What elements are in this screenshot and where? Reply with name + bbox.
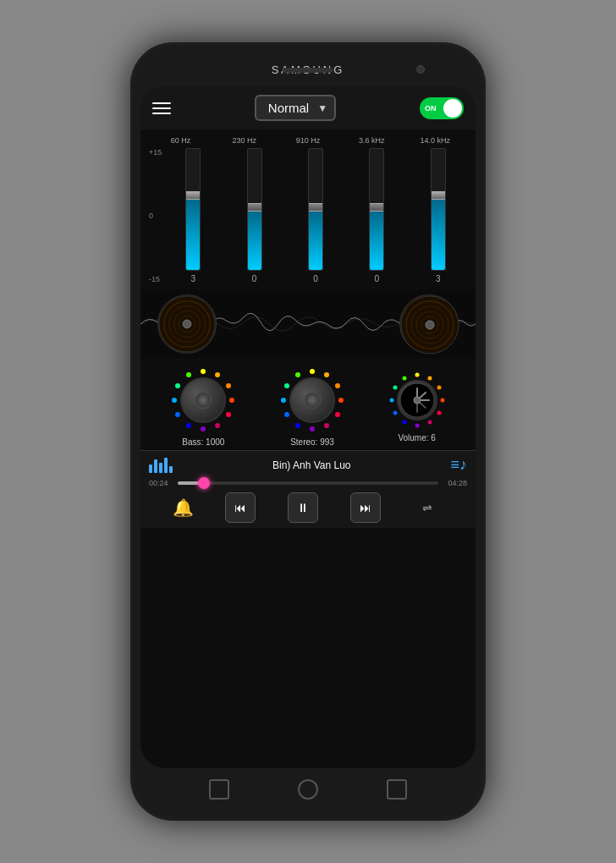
svg-point-25	[324, 372, 329, 377]
toggle-on-label: ON	[425, 104, 437, 113]
bass-knob-container: Bass: 1000	[169, 366, 237, 447]
bell-icon[interactable]: 🔔	[173, 497, 194, 518]
hamburger-menu[interactable]	[152, 102, 171, 114]
eq-label-0: 60 Hz	[158, 136, 204, 145]
power-toggle[interactable]: ON	[420, 97, 464, 119]
vinyl-disc-right	[399, 294, 459, 354]
time-current: 00:24	[149, 479, 173, 487]
eq-band-3[interactable]: 0	[354, 148, 399, 283]
svg-point-29	[324, 423, 329, 428]
home-nav-button[interactable]	[298, 779, 318, 800]
svg-point-27	[338, 398, 344, 403]
svg-point-19	[186, 423, 191, 428]
svg-point-17	[215, 423, 220, 428]
phone-bottom-bar	[140, 768, 476, 811]
player-bar: Bin) Anh Van Luo ≡♪ 00:24 04:28 🔔 ⏮ ⏸	[140, 450, 476, 528]
eq-value-0: 3	[190, 274, 195, 283]
pause-button[interactable]: ⏸	[288, 492, 318, 523]
eq-freq-labels: 60 Hz 230 Hz 910 Hz 3.6 kHz 14.0 kHz	[149, 136, 467, 145]
svg-point-31	[295, 423, 300, 428]
prev-button[interactable]: ⏮	[225, 492, 256, 523]
svg-point-12	[201, 369, 206, 374]
volume-knob-inner	[397, 380, 437, 421]
svg-point-24	[310, 369, 315, 374]
svg-point-45	[389, 399, 393, 403]
eq-band-4[interactable]: 3	[415, 148, 461, 283]
stereo-knob-inner	[289, 377, 335, 423]
svg-point-43	[402, 421, 406, 425]
svg-point-5	[183, 320, 191, 328]
dropdown-arrow-icon: ▼	[317, 102, 327, 114]
progress-row: 00:24 04:28	[149, 479, 467, 487]
track-info: Bin) Anh Van Luo	[272, 459, 351, 471]
svg-point-18	[201, 426, 206, 432]
svg-point-38	[437, 386, 441, 390]
time-total: 04:28	[443, 479, 467, 487]
svg-point-47	[402, 377, 406, 381]
svg-point-34	[284, 383, 289, 388]
svg-point-37	[427, 377, 432, 381]
next-button[interactable]: ⏭	[350, 492, 381, 523]
svg-point-39	[440, 399, 444, 403]
svg-point-42	[415, 424, 419, 428]
eq-band-0[interactable]: 3	[170, 148, 216, 283]
svg-point-41	[427, 421, 432, 425]
preset-dropdown[interactable]: Normal ▼	[255, 95, 336, 121]
svg-point-11	[426, 321, 434, 329]
stereo-knob[interactable]	[278, 366, 346, 434]
controls-row: 🔔 ⏮ ⏸ ⏭ ⇌	[149, 492, 467, 523]
svg-point-28	[335, 412, 340, 417]
stereo-label: Stereo: 993	[290, 437, 334, 447]
progress-thumb	[198, 477, 210, 489]
svg-point-15	[229, 398, 234, 403]
app-screen: Normal ▼ ON 60 Hz 230 Hz 910 Hz 3.6 kHz …	[140, 86, 476, 768]
svg-point-44	[393, 411, 397, 415]
eq-band-2[interactable]: 0	[293, 148, 338, 283]
eq-visualizer-icon	[149, 458, 173, 473]
svg-point-26	[335, 383, 340, 388]
phone-screen: Normal ▼ ON 60 Hz 230 Hz 910 Hz 3.6 kHz …	[140, 86, 476, 768]
eq-band-1[interactable]: 0	[232, 148, 278, 283]
playlist-icon[interactable]: ≡♪	[450, 456, 467, 474]
toggle-knob	[443, 99, 462, 118]
volume-knob[interactable]	[388, 371, 447, 430]
svg-point-23	[186, 372, 191, 377]
volume-label: Volume: 6	[398, 433, 435, 442]
top-bar: Normal ▼ ON	[140, 86, 476, 129]
svg-point-16	[226, 412, 231, 417]
recents-nav-button[interactable]	[387, 779, 407, 800]
volume-knob-container: Volume: 6	[388, 371, 447, 442]
bass-knob[interactable]	[169, 366, 237, 434]
svg-point-13	[215, 372, 220, 377]
eq-label-1: 230 Hz	[222, 136, 267, 145]
svg-point-30	[310, 426, 315, 432]
player-top: Bin) Anh Van Luo ≡♪	[149, 456, 467, 474]
eq-section: 60 Hz 230 Hz 910 Hz 3.6 kHz 14.0 kHz +15…	[140, 129, 476, 290]
preset-label: Normal	[268, 101, 309, 115]
svg-point-35	[295, 372, 300, 377]
svg-point-54	[414, 397, 421, 404]
eq-value-1: 0	[252, 274, 257, 283]
eq-label-3: 3.6 kHz	[349, 136, 394, 145]
progress-bar[interactable]	[178, 481, 438, 485]
waveform-section	[140, 290, 476, 358]
stereo-knob-container: Stereo: 993	[278, 366, 346, 447]
bass-knob-inner	[180, 377, 226, 423]
vinyl-disc-left	[157, 294, 217, 354]
eq-value-3: 0	[375, 274, 380, 283]
svg-point-20	[175, 412, 180, 417]
svg-point-32	[284, 412, 289, 417]
knobs-section: Bass: 1000	[140, 358, 476, 450]
eq-label-4: 14.0 kHz	[412, 136, 458, 145]
svg-point-33	[281, 398, 286, 403]
svg-point-40	[437, 411, 441, 415]
phone-device: SAMSUNG Normal ▼ ON 6	[130, 42, 486, 821]
back-nav-button[interactable]	[209, 779, 229, 800]
eq-value-4: 3	[436, 274, 441, 283]
svg-point-22	[175, 383, 180, 388]
shuffle-button[interactable]: ⇌	[412, 492, 443, 523]
svg-point-14	[226, 383, 231, 388]
svg-point-46	[393, 386, 397, 390]
svg-point-36	[415, 373, 419, 377]
bass-label: Bass: 1000	[182, 437, 224, 447]
